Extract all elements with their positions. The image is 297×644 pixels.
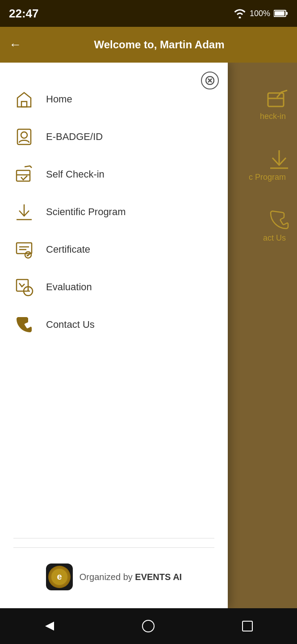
- bg-contact-label: act Us: [226, 233, 290, 243]
- brand-name: EVENTS AI: [135, 572, 182, 582]
- footer-logo: e: [46, 564, 73, 590]
- svg-point-12: [21, 132, 27, 138]
- bg-contact-icon: [268, 209, 290, 231]
- svg-marker-32: [45, 622, 54, 631]
- svg-text:e: e: [57, 572, 62, 581]
- program-label: Scientific Program: [46, 206, 126, 218]
- user-name: Martin Adam: [160, 38, 224, 51]
- contact-label: Contact Us: [46, 319, 95, 330]
- status-time: 22:47: [9, 7, 39, 21]
- menu-item-ebadge[interactable]: E-BADGE/ID: [0, 118, 228, 156]
- home-label: Home: [46, 93, 72, 105]
- bg-program-item: c Program: [226, 148, 297, 182]
- menu-item-contact[interactable]: Contact Us: [0, 306, 228, 343]
- header: ← Welcome to, Martin Adam: [0, 27, 297, 63]
- back-button[interactable]: ←: [9, 38, 21, 52]
- menu-list: Home E-BADGE/ID: [0, 72, 228, 536]
- divider-2: [13, 547, 214, 548]
- footer-text: Organized by EVENTS AI: [79, 572, 182, 582]
- certificate-icon: [13, 239, 35, 260]
- footer-logo-inner: e: [48, 566, 71, 588]
- checkin-label: Self Check-in: [46, 169, 105, 180]
- menu-item-evaluation[interactable]: Evaluation: [0, 268, 228, 306]
- about-list: About Conference: [0, 541, 228, 545]
- header-title: Welcome to, Martin Adam: [30, 38, 288, 51]
- bg-right-panel: heck-in c Program act Us: [226, 63, 297, 608]
- menu-item-program[interactable]: Scientific Program: [0, 193, 228, 231]
- menu-item-checkin[interactable]: Self Check-in: [0, 156, 228, 193]
- nav-home-button[interactable]: [137, 615, 159, 637]
- wifi-icon: [234, 8, 246, 18]
- home-icon: [13, 89, 35, 110]
- phone-icon: [13, 314, 35, 335]
- svg-rect-3: [268, 93, 284, 106]
- evaluation-label: Evaluation: [46, 281, 92, 293]
- certificate-label: Certificate: [46, 244, 90, 255]
- status-icons: 100%: [234, 8, 288, 18]
- svg-rect-1: [286, 12, 288, 15]
- checkin-icon: [13, 164, 35, 185]
- battery-icon: [274, 9, 288, 17]
- auth-list: sign out: [0, 550, 228, 555]
- bg-program-label: c Program: [226, 173, 290, 182]
- svg-rect-10: [21, 102, 27, 107]
- nav-back-button[interactable]: [38, 615, 61, 637]
- navigation-bar: [0, 608, 297, 644]
- organized-by-label: Organized by: [79, 572, 135, 582]
- divider-1: [13, 538, 214, 538]
- bg-contact-item: act Us: [226, 209, 297, 243]
- battery-percentage: 100%: [250, 9, 270, 18]
- download-icon: [13, 201, 35, 223]
- menu-item-about[interactable]: About Conference: [0, 543, 228, 545]
- menu-item-home[interactable]: Home: [0, 80, 228, 118]
- svg-rect-21: [17, 280, 28, 291]
- bg-checkin-icon: [266, 89, 290, 110]
- bg-checkin-label: heck-in: [226, 112, 290, 121]
- bg-download-icon: [268, 148, 290, 170]
- nav-recent-button[interactable]: [236, 615, 259, 637]
- svg-rect-2: [275, 11, 284, 16]
- welcome-prefix: Welcome to,: [94, 38, 160, 51]
- ebadge-label: E-BADGE/ID: [46, 131, 103, 143]
- status-bar: 22:47 100%: [0, 0, 297, 27]
- close-drawer-button[interactable]: [201, 72, 219, 89]
- drawer-menu: Home E-BADGE/ID: [0, 63, 228, 608]
- bg-checkin-item: heck-in: [226, 89, 297, 121]
- badge-icon: [13, 126, 35, 148]
- drawer-footer: e Organized by EVENTS AI: [0, 555, 228, 599]
- evaluation-icon: [13, 276, 35, 298]
- menu-item-certificate[interactable]: Certificate: [0, 231, 228, 268]
